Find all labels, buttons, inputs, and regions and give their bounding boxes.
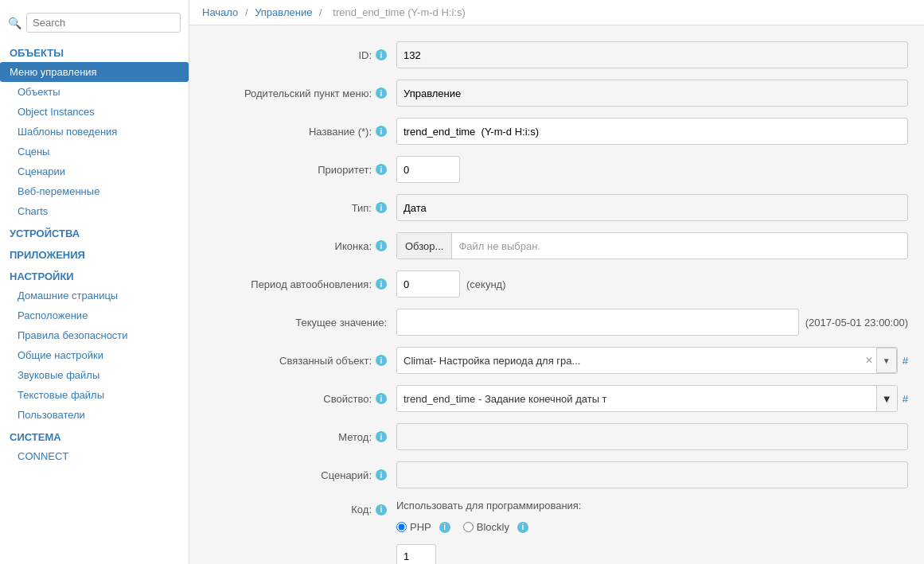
property-label: Свойство: i bbox=[205, 393, 396, 405]
auto-refresh-info-icon[interactable]: i bbox=[376, 278, 387, 290]
breadcrumb-home[interactable]: Начало bbox=[202, 6, 238, 18]
auto-refresh-label: Период автообновления: i bbox=[205, 278, 396, 290]
linked-object-info-icon[interactable]: i bbox=[376, 355, 387, 366]
property-info-icon[interactable]: i bbox=[376, 393, 387, 404]
sidebar-item-location[interactable]: Расположение bbox=[0, 305, 189, 325]
icon-label: Иконка: i bbox=[205, 240, 396, 252]
type-info-icon[interactable]: i bbox=[376, 202, 387, 213]
name-row: Название (*): i bbox=[205, 118, 908, 145]
priority-info-icon[interactable]: i bbox=[376, 164, 387, 175]
radio-options: PHP i Blockly i bbox=[396, 521, 528, 533]
code-label: Код: i bbox=[205, 500, 396, 515]
sidebar-item-home-pages[interactable]: Домашние страницы bbox=[0, 286, 189, 305]
search-input[interactable] bbox=[26, 13, 181, 33]
sidebar-item-security-rules[interactable]: Правила безопасности bbox=[0, 325, 189, 345]
id-label: ID: i bbox=[205, 49, 396, 61]
id-row: ID: i bbox=[205, 41, 908, 68]
sidebar-item-scenes[interactable]: Сцены bbox=[0, 142, 189, 161]
breadcrumb-sep2: / bbox=[319, 6, 325, 18]
code-use-label: Использовать для программирования: bbox=[396, 500, 581, 511]
section-apps: ПРИЛОЖЕНИЯ bbox=[0, 243, 189, 264]
sidebar-item-text-files[interactable]: Текстовые файлы bbox=[0, 385, 189, 405]
auto-refresh-row: Период автообновления: i (секунд) bbox=[205, 270, 908, 298]
auto-refresh-hint: (секунд) bbox=[466, 278, 506, 290]
icon-info-icon[interactable]: i bbox=[376, 240, 387, 251]
sidebar-item-scenarios[interactable]: Сценарии bbox=[0, 161, 189, 181]
search-icon: 🔍 bbox=[8, 17, 21, 29]
sidebar-item-general-settings[interactable]: Общие настройки bbox=[0, 345, 189, 365]
blockly-radio-label[interactable]: Blockly bbox=[463, 521, 509, 533]
property-dropdown-button[interactable]: ▼ bbox=[876, 386, 897, 411]
name-info-icon[interactable]: i bbox=[376, 126, 387, 137]
parent-info-icon[interactable]: i bbox=[376, 88, 387, 99]
main-content: Начало / Управление / trend_end_time (Y-… bbox=[189, 0, 924, 564]
code-row: Код: i Использовать для программирования… bbox=[205, 500, 908, 564]
scenario-info-icon[interactable]: i bbox=[376, 469, 387, 480]
priority-input[interactable] bbox=[396, 156, 460, 183]
sidebar-item-object-instances[interactable]: Object Instances bbox=[0, 102, 189, 122]
method-select[interactable] bbox=[396, 423, 908, 450]
section-objects: ОБЪЕКТЫ bbox=[0, 41, 189, 62]
php-label: PHP bbox=[410, 521, 431, 533]
file-name: Файл не выбран. bbox=[452, 240, 547, 252]
code-info-icon[interactable]: i bbox=[376, 504, 387, 515]
browse-button[interactable]: Обзор... bbox=[397, 233, 452, 259]
current-value-label: Текущее значение: bbox=[205, 317, 396, 329]
id-info-icon[interactable]: i bbox=[376, 49, 387, 60]
method-row: Метод: i bbox=[205, 423, 908, 450]
sidebar-item-menu-management[interactable]: Меню управления bbox=[0, 62, 189, 82]
php-radio-label[interactable]: PHP bbox=[396, 521, 431, 533]
linked-dropdown-button[interactable]: ▼ bbox=[876, 348, 897, 373]
current-value-hint: (2017-05-01 23:00:00) bbox=[805, 317, 908, 329]
current-value-input[interactable] bbox=[396, 309, 799, 336]
sidebar-item-users[interactable]: Пользователи bbox=[0, 405, 189, 425]
parent-label: Родительский пункт меню: i bbox=[205, 88, 396, 99]
icon-row: Иконка: i Обзор... Файл не выбран. bbox=[205, 232, 908, 259]
php-info-icon[interactable]: i bbox=[439, 522, 450, 533]
name-input[interactable] bbox=[396, 118, 908, 145]
sidebar-item-charts[interactable]: Charts bbox=[0, 201, 189, 221]
form-area: ID: i Родительский пункт меню: i Управле… bbox=[189, 25, 924, 564]
blockly-info-icon[interactable]: i bbox=[517, 522, 528, 533]
linked-object-field: Climat- Настройка периода для гра... ✕ ▼ bbox=[396, 347, 898, 374]
linked-object-container: Climat- Настройка периода для гра... ✕ ▼… bbox=[396, 347, 908, 374]
linked-clear-button[interactable]: ✕ bbox=[862, 355, 876, 366]
linked-object-hash[interactable]: # bbox=[903, 355, 908, 367]
sidebar: 🔍 ОБЪЕКТЫ Меню управления Объекты Object… bbox=[0, 0, 189, 564]
breadcrumb-management[interactable]: Управление bbox=[255, 6, 312, 18]
property-text: trend_end_time - Задание конечной даты т bbox=[397, 393, 876, 405]
name-label: Название (*): i bbox=[205, 126, 396, 138]
sidebar-item-connect[interactable]: CONNECT bbox=[0, 446, 189, 466]
scenario-row: Сценарий: i bbox=[205, 461, 908, 488]
sidebar-item-web-variables[interactable]: Веб-переменные bbox=[0, 181, 189, 201]
file-input-row: Обзор... Файл не выбран. bbox=[396, 232, 908, 259]
code-input[interactable] bbox=[396, 544, 436, 564]
type-row: Тип: i Дата bbox=[205, 194, 908, 221]
auto-refresh-input[interactable] bbox=[396, 270, 460, 298]
section-system: СИСТЕМА bbox=[0, 425, 189, 446]
section-devices: УСТРОЙСТВА bbox=[0, 221, 189, 243]
blockly-radio[interactable] bbox=[463, 522, 474, 532]
sidebar-item-behavior-templates[interactable]: Шаблоны поведения bbox=[0, 122, 189, 142]
type-select[interactable]: Дата bbox=[396, 194, 908, 221]
method-label: Метод: i bbox=[205, 431, 396, 443]
linked-object-row: Связанный объект: i Climat- Настройка пе… bbox=[205, 347, 908, 374]
id-input[interactable] bbox=[396, 41, 908, 68]
search-container: 🔍 bbox=[0, 8, 189, 41]
property-container: trend_end_time - Задание конечной даты т… bbox=[396, 385, 908, 412]
sidebar-item-sound-files[interactable]: Звуковые файлы bbox=[0, 365, 189, 385]
linked-object-text: Climat- Настройка периода для гра... bbox=[397, 355, 862, 367]
php-radio[interactable] bbox=[396, 522, 407, 532]
parent-select[interactable]: Управление bbox=[396, 80, 908, 107]
method-info-icon[interactable]: i bbox=[376, 431, 387, 442]
breadcrumb: Начало / Управление / trend_end_time (Y-… bbox=[189, 0, 924, 25]
breadcrumb-current: trend_end_time (Y-m-d H:i:s) bbox=[333, 6, 465, 18]
scenario-select[interactable] bbox=[396, 461, 908, 488]
radio-row: Использовать для программирования: bbox=[396, 500, 581, 511]
property-field: trend_end_time - Задание конечной даты т… bbox=[396, 385, 898, 412]
property-hash[interactable]: # bbox=[903, 393, 908, 405]
sidebar-item-objects[interactable]: Объекты bbox=[0, 82, 189, 102]
linked-object-label: Связанный объект: i bbox=[205, 355, 396, 367]
property-row: Свойство: i trend_end_time - Задание кон… bbox=[205, 385, 908, 412]
scenario-label: Сценарий: i bbox=[205, 469, 396, 481]
